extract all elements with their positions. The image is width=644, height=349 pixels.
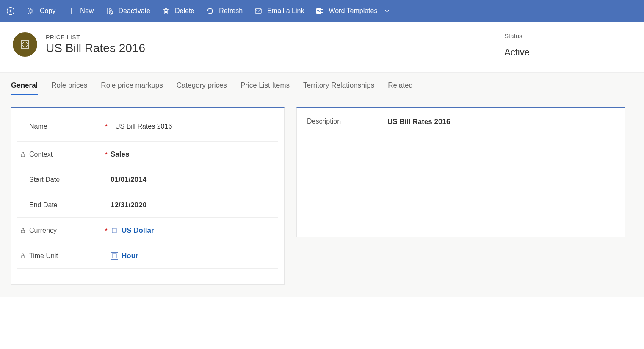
tab-price-list-items[interactable]: Price List Items xyxy=(240,81,290,95)
entity-type-label: PRICE LIST xyxy=(46,34,145,41)
field-row-end-date: End Date 12/31/2020 xyxy=(17,192,278,218)
svg-rect-9 xyxy=(21,41,29,48)
trash-icon xyxy=(162,7,170,15)
description-value[interactable]: US Bill Rates 2016 xyxy=(387,118,450,126)
delete-button[interactable]: Delete xyxy=(156,0,200,22)
svg-text:W: W xyxy=(317,9,321,13)
back-button[interactable] xyxy=(0,0,21,22)
record-header: PRICE LIST US Bill Rates 2016 Status Act… xyxy=(0,22,644,72)
name-input[interactable] xyxy=(111,118,274,135)
svg-rect-12 xyxy=(21,230,25,233)
time-unit-field-label: Time Unit xyxy=(29,252,58,260)
currency-lookup[interactable]: US Dollar xyxy=(111,226,154,235)
currency-field-label: Currency xyxy=(29,227,57,234)
field-row-time-unit: Time Unit Hour xyxy=(17,243,278,269)
form-content: Name * Context * Sales Start Date xyxy=(0,95,644,297)
svg-rect-11 xyxy=(21,154,25,157)
general-panel: Name * Context * Sales Start Date xyxy=(11,107,285,285)
delete-label: Delete xyxy=(175,7,194,15)
refresh-icon xyxy=(206,7,214,15)
field-row-currency: Currency * US Dollar xyxy=(17,218,278,243)
field-row-start-date: Start Date 01/01/2014 xyxy=(17,167,278,192)
copy-label: Copy xyxy=(40,7,55,15)
end-date-field-label: End Date xyxy=(29,201,58,209)
svg-rect-14 xyxy=(21,256,25,258)
svg-rect-3 xyxy=(255,9,261,13)
word-templates-button[interactable]: W Word Templates xyxy=(310,0,396,22)
status-value: Active xyxy=(504,47,530,58)
deactivate-button[interactable]: Deactivate xyxy=(100,0,156,22)
email-link-label: Email a Link xyxy=(267,7,304,15)
gear-icon xyxy=(27,7,35,15)
tab-territory-relationships[interactable]: Territory Relationships xyxy=(303,81,374,95)
new-button[interactable]: New xyxy=(61,0,100,22)
status-label: Status xyxy=(504,32,530,39)
svg-rect-6 xyxy=(321,9,323,10)
lookup-entity-icon xyxy=(111,227,118,234)
svg-point-1 xyxy=(30,10,32,12)
email-link-button[interactable]: Email a Link xyxy=(249,0,310,22)
tab-bar: General Role prices Role price markups C… xyxy=(0,72,644,95)
svg-rect-8 xyxy=(321,12,323,13)
tab-role-prices[interactable]: Role prices xyxy=(51,81,87,95)
word-icon: W xyxy=(316,7,323,15)
field-row-context: Context * Sales xyxy=(17,142,278,167)
command-bar: Copy New Deactivate Delete Refresh Email… xyxy=(0,0,644,22)
required-indicator: * xyxy=(102,227,111,234)
lookup-entity-icon xyxy=(111,252,118,260)
lock-icon xyxy=(20,151,26,157)
tab-related[interactable]: Related xyxy=(388,81,413,95)
chevron-left-circle-icon xyxy=(6,7,15,15)
description-panel: Description US Bill Rates 2016 xyxy=(296,107,625,237)
start-date-value[interactable]: 01/01/2014 xyxy=(111,176,146,184)
context-value[interactable]: Sales xyxy=(111,150,129,159)
page-title: US Bill Rates 2016 xyxy=(46,41,145,55)
start-date-field-label: Start Date xyxy=(29,176,60,184)
context-field-label: Context xyxy=(29,151,53,158)
deactivate-label: Deactivate xyxy=(118,7,150,15)
lock-icon xyxy=(20,228,26,234)
time-unit-lookup[interactable]: Hour xyxy=(111,252,138,260)
word-templates-label: Word Templates xyxy=(329,7,377,15)
required-indicator: * xyxy=(102,123,111,130)
refresh-label: Refresh xyxy=(219,7,243,15)
currency-value: US Dollar xyxy=(122,226,154,235)
new-label: New xyxy=(80,7,94,15)
svg-rect-7 xyxy=(321,11,323,11)
tab-general[interactable]: General xyxy=(11,81,38,95)
required-indicator: * xyxy=(102,151,111,158)
chevron-down-icon xyxy=(384,8,390,14)
tab-role-price-markups[interactable]: Role price markups xyxy=(101,81,163,95)
field-row-name: Name * xyxy=(17,112,278,142)
name-field-label: Name xyxy=(29,123,47,130)
tab-category-prices[interactable]: Category prices xyxy=(177,81,227,95)
description-field-label: Description xyxy=(307,118,358,126)
deactivate-icon xyxy=(105,7,113,15)
plus-icon xyxy=(67,7,75,15)
entity-image xyxy=(13,32,37,57)
copy-button[interactable]: Copy xyxy=(21,0,61,22)
svg-rect-10 xyxy=(23,42,27,47)
end-date-value[interactable]: 12/31/2020 xyxy=(111,201,146,209)
lock-icon xyxy=(20,253,26,259)
time-unit-value: Hour xyxy=(122,252,138,260)
svg-point-0 xyxy=(7,8,14,15)
refresh-button[interactable]: Refresh xyxy=(200,0,249,22)
email-icon xyxy=(254,7,262,15)
